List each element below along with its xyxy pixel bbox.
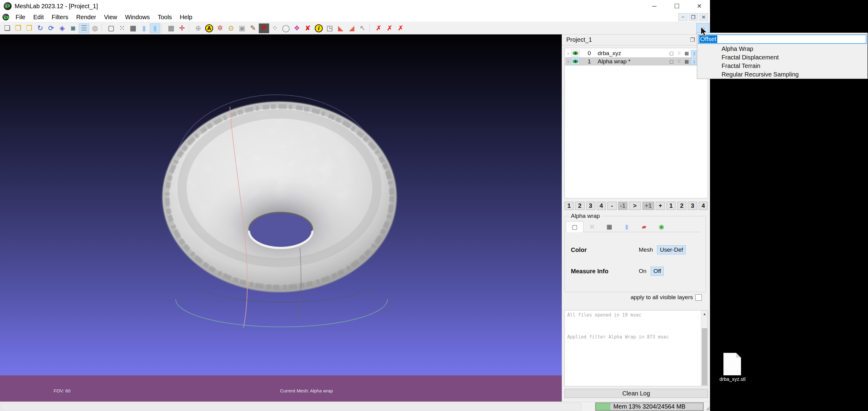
meshlab-pp-icon[interactable]: P <box>259 24 269 33</box>
maximize-button[interactable]: ☐ <box>670 1 684 11</box>
select-faces-icon[interactable]: ◣ <box>336 24 346 33</box>
stl-file-icon[interactable] <box>723 353 741 375</box>
layer-wireframe-icon[interactable]: ▦ <box>683 50 690 57</box>
paint-brush-icon[interactable]: ✎ <box>248 24 258 33</box>
quick-button-minus[interactable]: - <box>608 202 617 210</box>
layer-row-alpha-wrap[interactable]: › 1 Alpha wrap * ▢ ⁙ ▦ ▮ ▰ <box>565 57 707 65</box>
apply-all-checkbox[interactable] <box>695 294 702 301</box>
select-rect-icon[interactable]: ◳ <box>324 24 335 33</box>
close-button[interactable]: ✕ <box>692 1 706 11</box>
quick-button-play[interactable]: > <box>629 202 641 210</box>
result-fractal-displacement[interactable]: Fractal Displacement <box>697 53 867 62</box>
layer-name[interactable]: drba_xyz <box>598 50 668 57</box>
quick-button-3b[interactable]: 3 <box>688 202 697 210</box>
quick-button-plus[interactable]: + <box>656 202 665 210</box>
show-labels-icon[interactable]: A <box>204 24 214 33</box>
menu-tools[interactable]: Tools <box>154 12 176 22</box>
filter-search-input[interactable]: Offset <box>698 34 866 44</box>
quick-button-1[interactable]: 1 <box>564 202 574 210</box>
tab-wireframe-icon[interactable]: ▦ <box>601 221 618 232</box>
result-regular-recursive-sampling[interactable]: Regular Recursive Sampling <box>697 70 867 79</box>
import-mesh-icon[interactable]: ❒ <box>24 24 34 33</box>
layer-points-icon[interactable]: ⁙ <box>676 50 683 57</box>
render-smooth-icon[interactable]: ▮ <box>139 24 149 33</box>
layer-row-drba-xyz[interactable]: › 0 drba_xyz ▢ ⁙ ▦ ▮ ▰ <box>565 49 707 57</box>
measure-option-on[interactable]: On <box>636 267 649 275</box>
raster-align-icon[interactable]: ▣ <box>237 24 247 33</box>
visibility-toggle[interactable] <box>571 58 580 65</box>
menu-render[interactable]: Render <box>72 12 100 22</box>
tab-flat-icon[interactable]: ▰ <box>636 221 653 232</box>
show-grid-icon[interactable]: ▩ <box>166 24 176 33</box>
new-document-icon[interactable]: ❏ <box>2 24 12 33</box>
layer-bbox-icon[interactable]: ▢ <box>668 58 675 65</box>
result-alpha-wrap[interactable]: Alpha Wrap <box>697 45 867 53</box>
quick-button-plus1[interactable]: +1 <box>642 202 654 210</box>
measure-option-off[interactable]: Off <box>651 267 664 276</box>
scroll-thumb[interactable] <box>702 328 707 385</box>
info-icon[interactable]: i <box>314 24 324 33</box>
tab-bbox-icon[interactable]: ▢ <box>566 221 583 232</box>
save-mesh-icon[interactable]: ◈ <box>57 24 67 33</box>
open-project-icon[interactable]: ❒ <box>13 24 24 33</box>
quick-button-4b[interactable]: 4 <box>699 202 708 210</box>
select-faces-rect-icon[interactable]: ◢ <box>346 24 357 33</box>
delete-selected-faces-icon[interactable]: ✗ <box>374 24 384 33</box>
visibility-toggle[interactable] <box>571 50 580 57</box>
minimize-button[interactable]: ─ <box>647 1 661 11</box>
quick-button-1b[interactable]: 1 <box>666 202 676 210</box>
layer-points-icon[interactable]: ⁙ <box>676 58 683 65</box>
mdi-restore-button[interactable]: ❐ <box>689 13 698 21</box>
quick-button-2[interactable]: 2 <box>575 202 584 210</box>
scroll-up-icon[interactable]: ▲ <box>701 311 708 317</box>
snapshot-icon[interactable]: ◙ <box>68 24 78 33</box>
reload-icon[interactable]: ↻ <box>35 24 45 33</box>
point-picking-icon[interactable]: ⁘ <box>270 24 280 33</box>
color-option-userdef[interactable]: User-Def <box>657 245 686 255</box>
log-scrollbar[interactable]: ▲ <box>701 311 708 386</box>
panel-dock-icon[interactable]: ❐ <box>690 36 695 43</box>
render-bbox-icon[interactable]: ▢ <box>106 24 116 33</box>
select-connected-icon[interactable]: ↖ <box>358 24 368 33</box>
reload-all-icon[interactable]: ⟳ <box>46 24 56 33</box>
color-option-mesh[interactable]: Mesh <box>636 245 655 254</box>
tab-points-icon[interactable]: ⁙ <box>583 221 601 232</box>
menu-help[interactable]: Help <box>176 12 196 22</box>
quick-button-4[interactable]: 4 <box>597 202 606 210</box>
menu-file[interactable]: File <box>11 12 29 22</box>
layer-wireframe-icon[interactable]: ▦ <box>683 58 690 65</box>
expand-icon[interactable]: › <box>565 59 571 64</box>
delete-selected-vertices-icon[interactable]: ✗ <box>384 24 395 33</box>
show-raster-icon[interactable]: ◍ <box>90 24 100 33</box>
measure-tool-icon[interactable]: ⊙ <box>226 24 236 33</box>
menu-edit[interactable]: Edit <box>29 12 48 22</box>
clean-log-button[interactable]: Clean Log <box>564 389 708 398</box>
render-flat-icon[interactable]: ▮ <box>150 24 160 33</box>
menu-view[interactable]: View <box>100 12 121 22</box>
mini-axis-icon[interactable]: ✲ <box>215 24 225 33</box>
mdi-minimize-button[interactable]: – <box>678 13 687 21</box>
georef-icon[interactable]: ✘ <box>303 24 313 33</box>
layer-bbox-icon[interactable]: ▢ <box>668 50 675 57</box>
trackball-icon[interactable]: ⊕ <box>193 24 204 33</box>
delete-faces-vertices-icon[interactable]: ✗ <box>396 24 406 33</box>
stl-file-label[interactable]: drba_xyz.stl <box>711 377 754 382</box>
resize-grip[interactable]: ◢ <box>706 405 709 411</box>
tab-shader-icon[interactable]: ◉ <box>653 221 670 232</box>
align-tool-icon[interactable]: ◯ <box>281 24 291 33</box>
quick-button-2b[interactable]: 2 <box>677 202 686 210</box>
result-fractal-terrain[interactable]: Fractal Terrain <box>697 62 867 70</box>
layer-name[interactable]: Alpha wrap * <box>598 58 668 65</box>
menu-filters[interactable]: Filters <box>48 12 72 22</box>
quality-mapper-icon[interactable]: ❖ <box>292 24 302 33</box>
render-wireframe-icon[interactable]: ▦ <box>128 24 138 33</box>
show-axis-icon[interactable]: ✛ <box>177 24 187 33</box>
render-points-icon[interactable]: ⁙ <box>117 24 127 33</box>
quick-button-3[interactable]: 3 <box>586 202 595 210</box>
3d-viewport[interactable]: FOV: 60 FPS: 156.3 BO_RENDERING Current … <box>0 34 562 402</box>
menu-windows[interactable]: Windows <box>121 12 154 22</box>
mdi-close-button[interactable]: ✕ <box>699 13 708 21</box>
show-layer-dialog-icon[interactable]: ☰ <box>79 24 89 33</box>
tab-smooth-icon[interactable]: ▮ <box>618 221 636 232</box>
quick-button-minus1[interactable]: -1 <box>618 202 627 210</box>
